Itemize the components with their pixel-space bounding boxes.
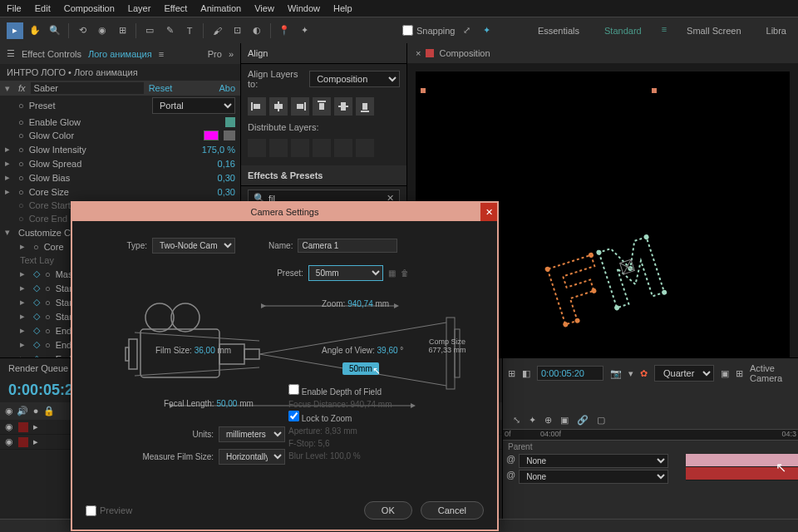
dialog-titlebar[interactable]: Camera Settings ✕ bbox=[72, 203, 497, 221]
eraser-tool-icon[interactable]: ◐ bbox=[249, 22, 265, 39]
expand-icon[interactable]: ▸ bbox=[5, 144, 13, 155]
expand-icon[interactable]: ▾ bbox=[5, 83, 13, 94]
parent-dropdown-1[interactable]: None bbox=[519, 454, 668, 468]
dist-3-icon[interactable] bbox=[291, 139, 309, 157]
glow-spread-value[interactable]: 0,16 bbox=[218, 159, 235, 169]
dist-6-icon[interactable] bbox=[356, 139, 374, 157]
menu-view[interactable]: View bbox=[254, 3, 274, 13]
menu-composition[interactable]: Composition bbox=[64, 3, 115, 13]
rectangle-tool-icon[interactable]: ▭ bbox=[141, 22, 158, 39]
bbox-handle[interactable] bbox=[652, 88, 657, 93]
clone-tool-icon[interactable]: ⊡ bbox=[229, 22, 245, 39]
zoom-value[interactable]: 940,74 bbox=[347, 299, 373, 308]
snapshot-icon[interactable]: 📷 bbox=[610, 368, 622, 379]
effect-name[interactable]: Saber bbox=[31, 82, 144, 94]
align-top-icon[interactable] bbox=[313, 97, 331, 116]
video-toggle[interactable]: ◉ bbox=[5, 421, 13, 432]
preset-delete-icon[interactable]: 🗑 bbox=[401, 268, 409, 278]
panel-menu-icon[interactable]: ☰ bbox=[7, 48, 15, 59]
pen-tool-icon[interactable]: ✎ bbox=[161, 22, 178, 39]
tl-tool-2[interactable]: ✦ bbox=[529, 415, 536, 426]
tl-tool-3[interactable]: ⊕ bbox=[544, 415, 552, 426]
timeline-ruler[interactable]: 0f 04:00f 04:3 bbox=[503, 429, 798, 441]
ws-essentials[interactable]: Essentials bbox=[533, 24, 584, 37]
tab-extra[interactable]: Pro bbox=[208, 49, 222, 59]
align-hcenter-icon[interactable] bbox=[269, 97, 288, 116]
enable-glow-checkbox[interactable] bbox=[225, 117, 235, 127]
align-left-icon[interactable] bbox=[248, 97, 266, 116]
film-size-value[interactable]: 36,00 bbox=[195, 346, 215, 355]
glow-color-swatch[interactable] bbox=[204, 131, 219, 140]
camera-type-dropdown[interactable]: Two-Node Camera bbox=[152, 238, 235, 254]
tl-icon-2[interactable]: ◧ bbox=[522, 368, 530, 379]
preset-save-icon[interactable]: ▦ bbox=[388, 268, 396, 278]
enable-dof-checkbox[interactable] bbox=[288, 384, 299, 395]
video-toggle[interactable]: ◉ bbox=[5, 436, 13, 447]
dist-2-icon[interactable] bbox=[269, 139, 288, 157]
glow-bias-value[interactable]: 0,30 bbox=[218, 173, 235, 183]
camera-name-input[interactable] bbox=[298, 239, 397, 253]
menu-edit[interactable]: Edit bbox=[35, 3, 51, 13]
measure-dropdown[interactable]: Horizontally bbox=[219, 449, 285, 465]
overflow-icon[interactable]: » bbox=[229, 49, 234, 59]
close-comp-icon[interactable]: × bbox=[416, 48, 421, 58]
resolution-dropdown[interactable]: Quarter bbox=[654, 365, 714, 382]
render-queue-tab[interactable]: Render Queue bbox=[8, 363, 68, 373]
dist-4-icon[interactable] bbox=[313, 139, 331, 157]
audio-switch-icon[interactable]: 🔊 bbox=[17, 406, 28, 416]
preset-dropdown[interactable]: Portal bbox=[152, 97, 235, 114]
active-camera-label[interactable]: Active Camera bbox=[750, 363, 793, 383]
menu-layer[interactable]: Layer bbox=[128, 3, 151, 13]
about-link[interactable]: Abo bbox=[219, 83, 235, 93]
lock-zoom-checkbox[interactable] bbox=[288, 411, 299, 421]
dialog-close-button[interactable]: ✕ bbox=[480, 203, 497, 221]
transparency-grid-icon[interactable]: ⊞ bbox=[736, 368, 743, 379]
layer-color[interactable] bbox=[18, 422, 28, 432]
glow-intensity-value[interactable]: 175,0 % bbox=[202, 145, 235, 155]
pickwhip-icon[interactable]: @ bbox=[506, 454, 515, 468]
effects-presets-header[interactable]: Effects & Presets bbox=[241, 165, 406, 186]
core-size-value[interactable]: 0,30 bbox=[218, 187, 235, 197]
expand-icon[interactable]: ▸ bbox=[5, 186, 13, 197]
align-target-dropdown[interactable]: Composition bbox=[309, 71, 400, 87]
align-right-icon[interactable] bbox=[291, 97, 309, 116]
puppet-tool-icon[interactable]: 📍 bbox=[276, 22, 293, 39]
align-bottom-icon[interactable] bbox=[356, 97, 374, 116]
brush-tool-icon[interactable]: 🖌 bbox=[209, 22, 225, 39]
angle-value[interactable]: 39,60 bbox=[377, 346, 398, 355]
tl-tool-6[interactable]: ▢ bbox=[597, 415, 605, 426]
effect-controls-tab[interactable]: Effect Controls bbox=[22, 49, 81, 59]
eyedropper-icon[interactable] bbox=[224, 131, 235, 140]
preview-checkbox[interactable] bbox=[86, 505, 96, 516]
focal-length-value[interactable]: 50,00 bbox=[216, 399, 237, 408]
ws-libraries[interactable]: Libra bbox=[761, 24, 791, 37]
units-dropdown[interactable]: millimeters bbox=[219, 426, 285, 442]
expand-icon[interactable]: ▾ bbox=[5, 227, 13, 238]
menu-window[interactable]: Window bbox=[288, 3, 320, 13]
tl-icon-1[interactable]: ⊞ bbox=[508, 368, 515, 379]
parent-dropdown-2[interactable]: None bbox=[519, 470, 668, 484]
menu-effect[interactable]: Effect bbox=[164, 3, 187, 13]
tl-tool-4[interactable]: ▣ bbox=[560, 415, 569, 426]
reset-link[interactable]: Reset bbox=[149, 83, 173, 93]
effect-controls-layer[interactable]: Лого анимация bbox=[88, 49, 152, 59]
video-switch-icon[interactable]: ◉ bbox=[3, 406, 15, 416]
camera-preset-dropdown[interactable]: 50mm bbox=[308, 265, 383, 281]
align-vcenter-icon[interactable] bbox=[334, 97, 352, 116]
ws-menu-icon[interactable]: ≡ bbox=[662, 24, 667, 37]
menu-file[interactable]: File bbox=[7, 3, 22, 13]
bbox-handle[interactable] bbox=[421, 88, 426, 93]
roto-tool-icon[interactable]: ✦ bbox=[296, 22, 313, 39]
roi-icon[interactable]: ▣ bbox=[721, 368, 729, 379]
menu-help[interactable]: Help bbox=[333, 3, 352, 13]
cancel-button[interactable]: Cancel bbox=[421, 501, 484, 520]
snap-opt-icon[interactable]: ⤢ bbox=[459, 22, 475, 39]
reveal-icon[interactable]: ▾ bbox=[628, 368, 633, 379]
expand-icon[interactable]: ▸ bbox=[5, 158, 13, 169]
lock-switch-icon[interactable]: 🔒 bbox=[43, 406, 55, 416]
snap-opt2-icon[interactable]: ✦ bbox=[479, 22, 495, 39]
ws-standard[interactable]: Standard bbox=[599, 24, 647, 37]
align-header[interactable]: Align bbox=[241, 43, 406, 64]
anchor-tool-icon[interactable]: ⊞ bbox=[114, 22, 131, 39]
pickwhip-icon[interactable]: @ bbox=[506, 470, 515, 484]
